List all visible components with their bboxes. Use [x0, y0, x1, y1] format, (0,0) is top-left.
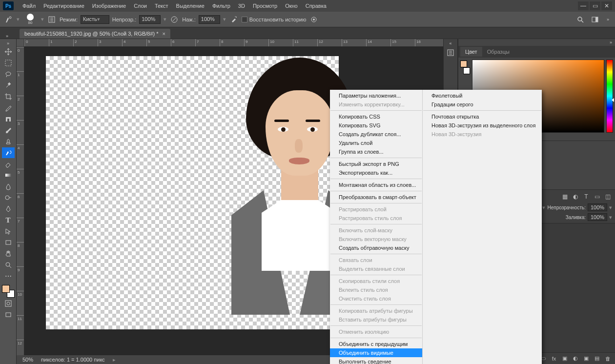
history-brush-tool-icon[interactable] [4, 15, 14, 24]
marquee-tool[interactable] [2, 58, 15, 68]
tab-close-icon[interactable]: × [163, 31, 165, 37]
pressure-opacity-icon[interactable] [169, 15, 179, 24]
context-menu-item[interactable]: Группа из слоев... [330, 147, 422, 156]
context-menu-item[interactable]: Выполнить сведение [330, 357, 422, 364]
pen-tool[interactable] [2, 203, 15, 214]
context-menu-item[interactable]: Преобразовать в смарт-объект [330, 193, 422, 202]
maximize-button[interactable]: ▭ [590, 1, 600, 10]
context-menu-item[interactable]: Параметры наложения... [330, 91, 422, 100]
workspace-switcher-icon[interactable] [590, 15, 600, 24]
layer-style-icon[interactable]: fx [550, 354, 558, 363]
context-menu-item[interactable]: Градации серого [423, 100, 542, 109]
color-swatches[interactable] [2, 285, 15, 298]
blur-tool[interactable] [2, 181, 15, 192]
crop-tool[interactable] [2, 91, 15, 102]
close-button[interactable]: ✕ [601, 1, 612, 10]
hue-slider[interactable] [606, 60, 613, 133]
horizontal-ruler[interactable]: 012345678910111213141516 [24, 39, 443, 47]
edit-toolbar[interactable]: ⋯ [2, 271, 15, 282]
menu-help[interactable]: Справка [302, 1, 330, 11]
brush-settings-icon[interactable] [47, 15, 57, 24]
move-tool[interactable] [2, 46, 15, 57]
history-panel-icon[interactable] [445, 47, 456, 59]
context-menu-item: Очистить стиль слоя [330, 294, 422, 303]
color-panel-swatches[interactable] [460, 61, 470, 78]
filter-shape-icon[interactable]: ▭ [593, 192, 601, 201]
context-menu-item[interactable]: Удалить слой [330, 139, 422, 147]
context-menu-item[interactable]: Экспортировать как... [330, 168, 422, 177]
context-menu-item[interactable]: Создать дубликат слоя... [330, 130, 422, 139]
context-menu-item[interactable]: Почтовая открытка [423, 112, 542, 121]
brush-preview[interactable]: 80 [22, 13, 38, 26]
lasso-tool[interactable] [2, 69, 15, 80]
eyedropper-tool[interactable] [2, 102, 15, 113]
dock-overflow[interactable]: « [444, 41, 457, 46]
context-menu-item[interactable]: Монтажная область из слоев... [330, 181, 422, 189]
quickmask-tool[interactable] [2, 298, 15, 309]
path-selection-tool[interactable] [2, 226, 15, 237]
layer-opacity-input[interactable]: 100% [588, 203, 607, 211]
menu-filter[interactable]: Фильтр [208, 1, 234, 11]
brush-tool[interactable] [2, 125, 15, 136]
screenmode-tool[interactable] [2, 309, 15, 320]
document-canvas[interactable] [46, 56, 339, 329]
context-menu-item[interactable]: Новая 3D-экструзия из выделенного слоя [423, 121, 542, 130]
document-tab[interactable]: beautiful-2150881_1920.jpg @ 50% (Слой 3… [20, 29, 170, 39]
search-icon[interactable] [575, 15, 585, 24]
adjustment-layer-icon[interactable]: ◐ [571, 354, 580, 363]
context-menu-item[interactable]: Копировать CSS [330, 112, 422, 121]
restore-history-checkbox[interactable]: Восстановить историю [242, 17, 307, 22]
filter-adjust-icon[interactable]: ◐ [571, 192, 580, 201]
group-icon[interactable]: ▣ [582, 354, 591, 363]
layer-fill-input[interactable]: 100% [588, 213, 607, 221]
zoom-tool[interactable] [2, 260, 15, 270]
context-menu-item[interactable]: Копировать SVG [330, 121, 422, 130]
mode-select[interactable]: Кисть ▾ [81, 15, 109, 24]
context-menu-item[interactable]: Создать обтравочную маску [330, 243, 422, 252]
airbrush-icon[interactable] [229, 15, 239, 24]
tab-overflow-left[interactable]: » [4, 34, 10, 39]
type-tool[interactable]: T [2, 215, 15, 225]
menu-window[interactable]: Окно [281, 1, 302, 11]
menu-layers[interactable]: Слои [130, 1, 151, 11]
context-menu-item[interactable]: Объединить с предыдущим [330, 340, 422, 348]
menu-text[interactable]: Текст [151, 1, 172, 11]
color-tab[interactable]: Цвет [460, 47, 482, 57]
flow-input[interactable]: 100% [199, 15, 220, 24]
eraser-tool[interactable] [2, 159, 15, 169]
minimize-button[interactable]: — [578, 1, 589, 10]
context-menu-item[interactable]: Фиолетовый [423, 91, 542, 100]
filter-type-icon[interactable]: T [582, 192, 591, 201]
pressure-size-icon[interactable] [309, 15, 319, 24]
vertical-ruler[interactable]: 0123456789101112 [17, 47, 24, 364]
swatches-tab[interactable]: Образцы [482, 47, 514, 57]
filter-smart-icon[interactable]: ◫ [603, 192, 612, 201]
rectangle-tool[interactable] [2, 237, 15, 248]
zoom-level[interactable]: 50% [22, 357, 33, 363]
context-menu-item[interactable]: Быстрый экспорт в PNG [330, 160, 422, 168]
clone-stamp-tool[interactable] [2, 136, 15, 147]
new-layer-icon[interactable]: ▤ [593, 354, 601, 363]
menu-3d[interactable]: 3D [234, 1, 249, 11]
magic-wand-tool[interactable] [2, 80, 15, 91]
menu-view[interactable]: Просмотр [249, 1, 281, 11]
foreground-color-swatch[interactable] [2, 285, 10, 293]
context-menu-item[interactable]: Объединить видимые [330, 348, 422, 357]
menu-edit[interactable]: Редактирование [40, 1, 88, 11]
overflow-icon[interactable]: » [605, 17, 611, 22]
opacity-input[interactable]: 100% [139, 15, 161, 24]
history-brush-tool[interactable] [2, 147, 15, 158]
delete-layer-icon[interactable]: 🗑 [603, 354, 612, 363]
panels-overflow[interactable]: » [458, 39, 615, 46]
healing-brush-tool[interactable] [2, 114, 15, 124]
toolbox-overflow[interactable]: » [5, 41, 11, 46]
menu-image[interactable]: Изображение [88, 1, 130, 11]
menu-file[interactable]: Файл [19, 1, 40, 11]
filter-pixel-icon[interactable]: ▦ [560, 192, 569, 201]
menu-select[interactable]: Выделение [172, 1, 208, 11]
layer-mask-icon[interactable]: ▣ [560, 354, 569, 363]
dodge-tool[interactable] [2, 192, 15, 203]
document-info[interactable]: пикселов: 1 = 1.0000 пикс [41, 357, 105, 363]
gradient-tool[interactable] [2, 170, 15, 181]
hand-tool[interactable] [2, 248, 15, 259]
